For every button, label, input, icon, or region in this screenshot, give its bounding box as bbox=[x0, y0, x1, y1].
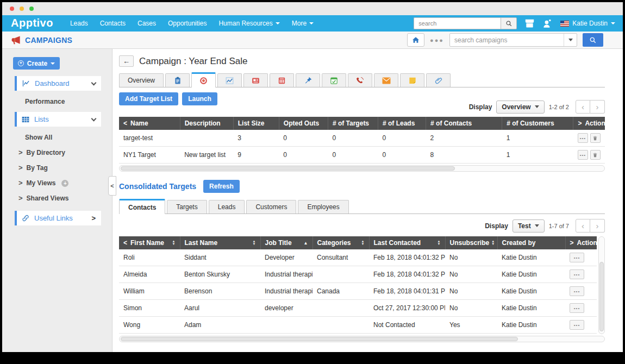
column-header-opted-outs[interactable]: Opted Outs bbox=[279, 117, 328, 130]
back-button[interactable]: ← bbox=[119, 55, 134, 67]
nav-more[interactable]: More bbox=[286, 20, 320, 27]
global-search-input[interactable] bbox=[414, 17, 501, 29]
nav-cases[interactable]: Cases bbox=[132, 20, 162, 27]
row-more-button[interactable]: ••• bbox=[570, 269, 584, 279]
refresh-button[interactable]: Refresh bbox=[203, 180, 240, 193]
tab-phone-icon[interactable] bbox=[348, 73, 372, 87]
column-header-name[interactable]: <Name bbox=[119, 117, 180, 130]
sidebar-item-show-all[interactable]: Show All bbox=[25, 134, 112, 141]
store-icon[interactable] bbox=[524, 19, 535, 28]
sidebar-item-by-directory[interactable]: > By Directory bbox=[18, 149, 112, 156]
tab-pushpin-icon[interactable] bbox=[296, 73, 320, 87]
row-more-button[interactable]: ••• bbox=[570, 253, 584, 262]
column-header-created-by[interactable]: Created by bbox=[497, 236, 565, 249]
column-header-last-name[interactable]: Last Name▲▼ bbox=[180, 236, 260, 249]
column-header-categories[interactable]: Categories▲▼ bbox=[312, 236, 369, 249]
tab-overview[interactable]: Overview bbox=[119, 73, 164, 87]
cell-list_size: 9 bbox=[233, 147, 279, 164]
column-header-num-customers[interactable]: # of Customers bbox=[502, 117, 573, 130]
scrollbar-thumb[interactable] bbox=[121, 166, 455, 171]
row-delete-button[interactable] bbox=[590, 133, 601, 143]
column-header-actions[interactable]: >Actions bbox=[565, 236, 597, 249]
row-more-button[interactable]: ••• bbox=[570, 286, 584, 296]
row-actions: ••• bbox=[565, 283, 597, 300]
nav-contacts[interactable]: Contacts bbox=[94, 20, 132, 27]
cell-categories bbox=[312, 317, 369, 334]
column-header-num-leads[interactable]: # of Leads bbox=[378, 117, 426, 130]
cell-created_by: Katie Dustin bbox=[497, 249, 565, 266]
column-header-first-name[interactable]: <First Name▲▼ bbox=[119, 236, 180, 249]
tab-newspaper-icon[interactable] bbox=[243, 73, 268, 87]
minimize-window-icon[interactable] bbox=[20, 7, 24, 11]
horizontal-scrollbar[interactable] bbox=[119, 165, 605, 172]
home-button[interactable] bbox=[407, 33, 424, 47]
useful-links-label: Useful Links bbox=[34, 214, 87, 222]
column-header-num-targets[interactable]: # of Targets bbox=[328, 117, 378, 130]
row-more-button[interactable]: ••• bbox=[578, 150, 588, 160]
sidebar-item-dashboard[interactable]: Dashboard bbox=[15, 76, 101, 91]
scrollbar-thumb[interactable] bbox=[599, 262, 604, 331]
tab-calendar-check-icon[interactable] bbox=[322, 73, 346, 87]
vertical-scrollbar[interactable] bbox=[598, 236, 605, 334]
tab-employees[interactable]: Employees bbox=[298, 200, 348, 214]
add-view-icon[interactable]: + bbox=[61, 180, 68, 187]
tab-paperclip-icon[interactable] bbox=[426, 73, 451, 87]
nav-leads[interactable]: Leads bbox=[64, 20, 94, 27]
close-window-icon[interactable] bbox=[10, 7, 14, 11]
sidebar-item-useful-links[interactable]: Useful Links > bbox=[15, 211, 101, 225]
tab-target-icon[interactable] bbox=[191, 72, 216, 87]
tab-calendar-columns-icon[interactable] bbox=[270, 73, 294, 87]
tab-sticky-note-icon[interactable] bbox=[400, 73, 424, 87]
sidebar-collapse-handle[interactable]: < bbox=[108, 176, 116, 196]
horizontal-scrollbar[interactable] bbox=[119, 336, 605, 342]
apptivo-logo[interactable]: Apptivo bbox=[11, 17, 53, 29]
column-header-last-contacted[interactable]: Last Contacted▲▼ bbox=[369, 236, 445, 249]
tab-targets[interactable]: Targets bbox=[167, 200, 207, 214]
column-header-actions[interactable]: >Actions bbox=[573, 117, 605, 130]
search-dropdown-toggle[interactable] bbox=[564, 34, 577, 46]
tab-clipboard-icon[interactable] bbox=[165, 73, 190, 87]
next-page-button[interactable]: › bbox=[590, 100, 605, 114]
tab-envelope-icon[interactable] bbox=[374, 73, 398, 87]
campaign-search-input[interactable] bbox=[450, 36, 564, 44]
row-more-button[interactable]: ••• bbox=[570, 303, 584, 313]
tab-contacts[interactable]: Contacts bbox=[119, 199, 165, 214]
column-header-list-size[interactable]: List Size bbox=[233, 117, 279, 130]
maximize-window-icon[interactable] bbox=[29, 7, 34, 11]
row-more-button[interactable]: ••• bbox=[578, 133, 588, 143]
add-target-list-button[interactable]: Add Target List bbox=[119, 92, 178, 105]
launch-button[interactable]: Launch bbox=[182, 92, 217, 105]
create-button[interactable]: + Create bbox=[13, 57, 60, 70]
sidebar-item-shared-views[interactable]: > Shared Views bbox=[18, 194, 112, 202]
contacts-view-dropdown[interactable]: Test bbox=[512, 219, 545, 233]
column-header-description[interactable]: Description bbox=[180, 117, 233, 130]
user-menu[interactable]: Katie Dustin bbox=[560, 20, 615, 27]
scrollbar-thumb[interactable] bbox=[121, 337, 518, 341]
contact-row: WongAdamNot ContactedYesKatie Dustin••• bbox=[119, 317, 597, 334]
campaign-search-button[interactable] bbox=[583, 33, 603, 47]
tab-leads[interactable]: Leads bbox=[209, 200, 245, 214]
display-mode-dropdown[interactable]: Overview bbox=[496, 101, 544, 114]
nav-opportunities[interactable]: Opportunities bbox=[162, 20, 212, 27]
prev-page-button[interactable]: ‹ bbox=[576, 100, 590, 114]
global-search-button[interactable] bbox=[501, 17, 517, 29]
next-page-button[interactable]: › bbox=[590, 219, 605, 233]
sidebar-item-performance[interactable]: Performance bbox=[25, 98, 112, 105]
column-header-num-contacts[interactable]: # of Contacts bbox=[426, 117, 502, 130]
campaign-tabbar: Overview bbox=[119, 72, 605, 87]
tab-customers[interactable]: Customers bbox=[246, 200, 296, 214]
more-options-icon[interactable]: ●●● bbox=[430, 37, 444, 43]
sidebar-item-lists[interactable]: Lists bbox=[15, 112, 101, 127]
chevron-right-icon: > bbox=[570, 239, 574, 247]
sidebar-item-my-views[interactable]: > My Views + bbox=[18, 179, 112, 187]
cell-num_targets: 0 bbox=[328, 147, 378, 164]
column-header-unsubscribe[interactable]: Unsubscribe▲▼ bbox=[445, 236, 497, 249]
column-header-job-title[interactable]: Job Title▲ bbox=[260, 236, 312, 249]
row-delete-button[interactable] bbox=[590, 150, 601, 160]
user-status-icon[interactable] bbox=[542, 18, 553, 29]
nav-human-resources[interactable]: Human Resources bbox=[212, 20, 285, 27]
tab-line-chart-icon[interactable] bbox=[217, 73, 242, 87]
row-more-button[interactable]: ••• bbox=[570, 320, 584, 330]
prev-page-button[interactable]: ‹ bbox=[576, 219, 590, 233]
sidebar-item-by-tag[interactable]: > By Tag bbox=[18, 164, 112, 172]
